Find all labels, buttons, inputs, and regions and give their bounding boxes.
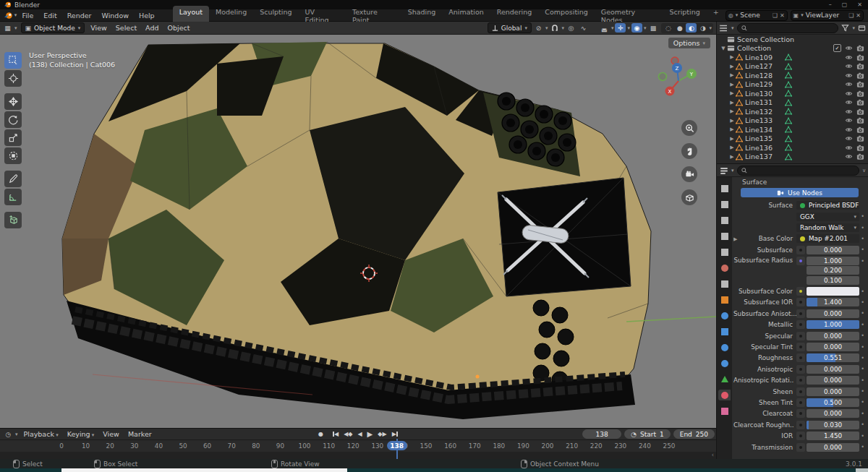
surface-panel-label[interactable]: Surface <box>733 179 866 186</box>
camera-render-icon[interactable] <box>856 98 864 106</box>
eye-icon[interactable] <box>845 80 853 88</box>
outliner-row-line109[interactable]: ▶Line109 <box>717 53 868 62</box>
value-slider[interactable]: 0.000 <box>807 443 859 452</box>
object-name[interactable]: Line109 <box>745 53 773 61</box>
eye-icon[interactable] <box>845 144 853 152</box>
new-collection-icon[interactable] <box>858 24 866 32</box>
decorator-dot[interactable]: • <box>859 225 866 231</box>
eye-icon[interactable] <box>845 98 853 106</box>
animate-dot-button[interactable] <box>796 365 805 374</box>
animate-dot-button[interactable] <box>796 398 805 407</box>
decorator-dot[interactable]: • <box>859 388 866 395</box>
object-name[interactable]: Line136 <box>745 144 773 152</box>
color-swatch[interactable] <box>807 287 859 296</box>
eye-icon[interactable] <box>845 53 853 61</box>
timeline-menu-playback[interactable]: Playback ▾ <box>20 429 63 439</box>
eye-icon[interactable] <box>845 153 853 160</box>
previous-keyframe-icon[interactable]: ◀◆ <box>342 430 354 438</box>
decorator-dot[interactable]: • <box>859 433 866 439</box>
show-gizmo-icon[interactable]: ◛ <box>599 23 610 33</box>
animate-dot-button[interactable] <box>796 298 805 306</box>
checkbox-icon[interactable]: ✓ <box>833 44 841 52</box>
shading-solid-icon[interactable]: ● <box>674 23 685 33</box>
camera-render-icon[interactable] <box>856 153 864 160</box>
pan-hand-icon[interactable] <box>681 143 697 159</box>
auto-keying-icon[interactable]: ● <box>317 430 325 438</box>
decorator-dot[interactable]: • <box>859 366 866 372</box>
new-viewlayer-icon[interactable]: ❏ <box>848 12 854 19</box>
socket-field[interactable]: Map #2.001 <box>796 234 859 243</box>
object-name[interactable]: Line128 <box>745 72 773 80</box>
menu-file[interactable]: File <box>17 10 38 21</box>
viewport-menu-view[interactable]: View <box>86 23 111 33</box>
blender-menu-icon[interactable] <box>4 11 13 20</box>
outliner-search[interactable] <box>737 23 839 33</box>
value-slider[interactable]: 1.000 <box>807 320 859 329</box>
object-name[interactable]: Line131 <box>745 98 773 106</box>
object-name[interactable]: Line134 <box>745 126 773 134</box>
timeline-menu-keying[interactable]: Keying ▾ <box>63 429 99 439</box>
value-field[interactable]: 0.100 <box>807 276 859 285</box>
outliner-row-line127[interactable]: ▶Line127 <box>717 62 868 72</box>
tool-rotate[interactable] <box>4 111 22 128</box>
viewport-3d[interactable]: ▦ ▾ ▣ Object Mode ▾ ViewSelectAddObject … <box>0 22 716 428</box>
properties-tab-particles[interactable] <box>718 326 731 337</box>
next-keyframe-icon[interactable]: ◆▶ <box>376 430 388 438</box>
value-slider[interactable]: 0.000 <box>807 387 859 396</box>
shading-wireframe-icon[interactable]: ◌ <box>663 23 673 33</box>
decorator-dot[interactable]: • <box>859 399 866 406</box>
animate-dot-button[interactable] <box>796 246 805 254</box>
minimize-button[interactable]: – <box>829 1 832 8</box>
dropdown-ggx[interactable]: GGX▾ <box>796 213 859 221</box>
camera-render-icon[interactable] <box>856 80 864 88</box>
outliner-row-line130[interactable]: ▶Line130 <box>717 89 868 98</box>
disclosure-icon[interactable]: ▶ <box>728 108 736 114</box>
proportional-edit-icon[interactable]: ◎ <box>566 23 576 33</box>
eye-icon[interactable] <box>845 72 853 80</box>
shading-rendered-icon[interactable]: ◑ <box>697 23 708 33</box>
properties-tab-tool[interactable] <box>718 183 731 194</box>
properties-tab-object[interactable] <box>718 294 731 305</box>
outliner-row-line133[interactable]: ▶Line133 <box>717 116 868 126</box>
options-dropdown[interactable]: Options ▾ <box>668 38 710 48</box>
menu-render[interactable]: Render <box>62 10 97 21</box>
animate-dot-button[interactable] <box>796 309 805 318</box>
timeline-ruler[interactable]: 0102030405060708090100110120130140150160… <box>0 440 716 452</box>
new-scene-icon[interactable]: ❏ <box>773 12 778 19</box>
properties-icon[interactable] <box>720 166 728 175</box>
camera-render-icon[interactable] <box>856 53 864 61</box>
tool-move[interactable] <box>4 93 22 110</box>
decorator-dot[interactable]: • <box>859 288 866 295</box>
object-name[interactable]: Line135 <box>745 134 773 142</box>
timeline-menu-view[interactable]: View <box>98 429 124 439</box>
scene-selector[interactable]: ◍▾ Scene ❏ ✕ <box>726 10 788 21</box>
zoom-icon[interactable] <box>681 120 697 136</box>
value-field[interactable]: 0.200 <box>807 266 859 275</box>
value-field[interactable]: 1.000 <box>807 257 859 265</box>
object-name[interactable]: Line129 <box>745 80 773 88</box>
value-slider[interactable]: 0.500 <box>807 398 859 407</box>
socket-field[interactable]: Principled BSDF <box>796 201 859 210</box>
decorator-dot[interactable]: • <box>859 322 866 328</box>
value-slider[interactable]: 0.000 <box>807 332 859 340</box>
shading-material-icon[interactable]: ◐ <box>686 23 697 33</box>
value-slider[interactable]: 0.000 <box>807 343 859 351</box>
properties-tab-output[interactable] <box>718 215 731 226</box>
properties-search[interactable] <box>737 166 859 176</box>
disclosure-icon[interactable]: ▶ <box>728 82 736 87</box>
properties-tab-scene[interactable] <box>718 246 731 257</box>
tool-add-cube[interactable] <box>4 212 22 228</box>
viewport-menu-object[interactable]: Object <box>163 23 195 33</box>
remove-viewlayer-icon[interactable]: ✕ <box>856 12 861 19</box>
value-slider[interactable]: 0.030 <box>807 421 859 429</box>
jump-to-start-icon[interactable]: ◀ <box>331 430 340 438</box>
value-slider[interactable]: 1.400 <box>807 298 859 306</box>
overlays-toggle-icon[interactable]: ◉ <box>631 23 642 33</box>
eye-icon[interactable] <box>845 108 853 116</box>
timeline-scroll-arrow[interactable]: ‹ <box>712 452 714 458</box>
decorator-dot[interactable]: • <box>859 299 866 306</box>
disclosure-icon[interactable]: ▶ <box>728 100 736 106</box>
outliner-row-line129[interactable]: ▶Line129 <box>717 80 868 90</box>
camera-render-icon[interactable] <box>856 62 864 70</box>
camera-render-icon[interactable] <box>856 144 864 152</box>
